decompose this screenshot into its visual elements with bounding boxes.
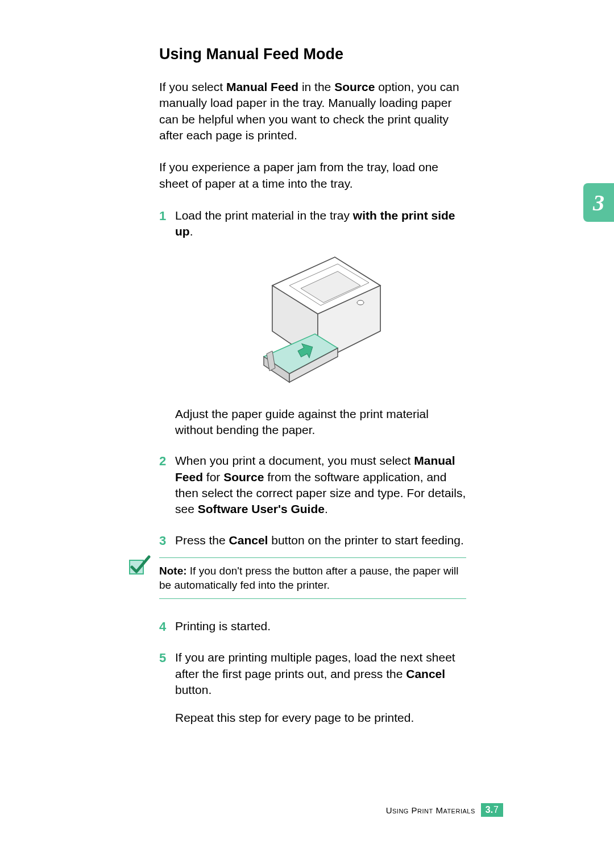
content-column: Using Manual Feed Mode If you select Man… — [159, 46, 466, 741]
step-text: Press the Cancel button on the printer t… — [175, 532, 466, 549]
bold-text: Source — [334, 80, 375, 93]
text: button. — [175, 683, 211, 696]
step-number: 4 — [159, 618, 175, 635]
bold-text: Cancel — [229, 534, 268, 547]
step-3: 3 Press the Cancel button on the printer… — [159, 532, 466, 549]
text: If you don't press the button after a pa… — [159, 565, 458, 592]
page-footer: Using Print Materials 3.7 — [386, 803, 503, 817]
note-label: Note: — [159, 565, 187, 577]
step-number: 5 — [159, 650, 175, 698]
text: When you print a document, you must sele… — [175, 454, 414, 467]
step-2: 2 When you print a document, you must se… — [159, 453, 466, 517]
intro-paragraph-2: If you experience a paper jam from the t… — [159, 159, 466, 192]
chapter-number: 3 — [593, 189, 604, 216]
note-text: Note: If you don't press the button afte… — [159, 564, 466, 593]
step-text: Printing is started. — [175, 618, 466, 635]
svg-point-6 — [357, 300, 364, 305]
printer-illustration — [175, 246, 466, 394]
text: Press the — [175, 534, 229, 547]
step-text: Load the print material in the tray with… — [175, 208, 466, 240]
text: for — [203, 470, 223, 483]
bold-text: Source — [223, 470, 264, 483]
note-checkmark-icon — [126, 552, 152, 581]
text: Load the print material in the tray — [175, 209, 353, 222]
footer-section-label: Using Print Materials — [386, 805, 475, 815]
step-5: 5 If you are printing multiple pages, lo… — [159, 650, 466, 698]
step-1: 1 Load the print material in the tray wi… — [159, 208, 466, 240]
text: in the — [298, 80, 334, 93]
manual-page: 3 Using Manual Feed Mode If you select M… — [0, 0, 614, 868]
step-number: 2 — [159, 453, 175, 517]
intro-paragraph-1: If you select Manual Feed in the Source … — [159, 79, 466, 143]
step-1-subtext: Adjust the paper guide against the print… — [175, 406, 466, 439]
step-5-subtext: Repeat this step for every page to be pr… — [175, 710, 466, 726]
step-text: If you are printing multiple pages, load… — [175, 650, 466, 698]
step-4: 4 Printing is started. — [159, 618, 466, 635]
bold-text: Software User's Guide — [198, 502, 325, 515]
footer-page-badge: 3.7 — [481, 803, 503, 817]
text: If you select — [159, 80, 226, 93]
bold-text: Manual Feed — [226, 80, 298, 93]
bold-text: Cancel — [406, 667, 445, 680]
section-heading: Using Manual Feed Mode — [159, 46, 466, 63]
text: button on the printer to start feeding. — [268, 534, 463, 547]
step-number: 3 — [159, 532, 175, 549]
footer-chapter: 3. — [486, 805, 493, 815]
text: . — [325, 502, 328, 515]
text: . — [190, 225, 193, 238]
chapter-tab: 3 — [583, 183, 614, 222]
step-number: 1 — [159, 208, 175, 240]
note-block: Note: If you don't press the button afte… — [159, 557, 466, 599]
step-text: When you print a document, you must sele… — [175, 453, 466, 517]
printer-icon — [250, 246, 392, 394]
footer-page-number: 7 — [493, 805, 499, 815]
